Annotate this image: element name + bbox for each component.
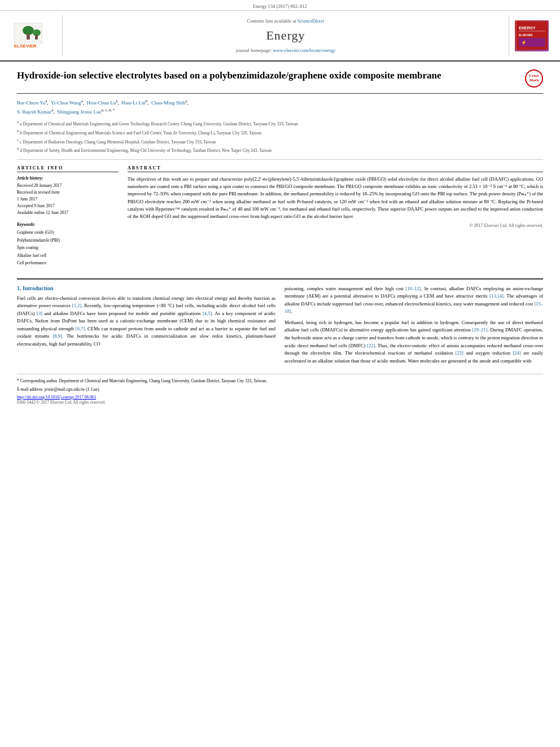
intro-para2: poisoning, complex water management and … [285, 285, 543, 316]
homepage-link[interactable]: www.elsevier.com/locate/energy [273, 47, 335, 53]
journal-header-left: ELSEVIER [6, 15, 62, 56]
sciencedirect-text: Contents lists available at ScienceDirec… [247, 18, 325, 24]
keyword-4: Alkaline fuel cell [17, 252, 119, 260]
affil-c: c c Department of Radiation Oncology, Ch… [17, 137, 543, 145]
ref-23[interactable]: [23] [456, 350, 463, 356]
energy-logo: ENERGY ELSEVIER ⚡ [515, 20, 549, 51]
body-col-right: poisoning, complex water management and … [285, 285, 543, 369]
author-shingjiang-jessie-lue[interactable]: Shingjiang Jessie Lue [57, 109, 102, 115]
svg-point-1 [23, 26, 34, 35]
svg-text:⚡: ⚡ [521, 40, 527, 45]
svg-text:ELSEVIER: ELSEVIER [14, 43, 37, 49]
svg-rect-2 [27, 34, 30, 40]
body-two-col: 1. Introduction Fuel cells are electro-c… [17, 285, 543, 369]
affiliations: a a Department of Chemical and Materials… [17, 119, 543, 160]
journal-name: Energy [266, 28, 305, 43]
svg-text:ENERGY: ENERGY [519, 26, 536, 30]
keywords-list: Graphene oxide (GO) Polybenzimidazole (P… [17, 229, 119, 267]
ref-1-2[interactable]: [1,2] [72, 303, 81, 308]
ref-10-12[interactable]: [10–12] [406, 286, 421, 291]
affil-d: d d Department of Safety, Health and Env… [17, 146, 543, 154]
author-chao-ming-shih[interactable]: Chao-Ming Shih [151, 100, 185, 106]
sciencedirect-link[interactable]: ScienceDirect [298, 18, 325, 24]
elsevier-logo: ELSEVIER [11, 20, 56, 51]
received-revised-label: Received in revised form [17, 189, 119, 196]
journal-top-bar: Energy 134 (2017) 802–812 [0, 0, 560, 11]
ref-8-9[interactable]: [8,9] [53, 333, 62, 339]
keywords-section: Keywords: Graphene oxide (GO) Polybenzim… [17, 222, 119, 267]
author-yi-chun-wang[interactable]: Yi-Chun Wang [51, 100, 81, 106]
ref-24[interactable]: [24] [513, 350, 521, 356]
intro-para1: Fuel cells are electro-chemical conversi… [17, 295, 275, 348]
article-info-header: ARTICLE INFO [17, 165, 119, 172]
available-online-date: Available online 12 June 2017 [17, 209, 119, 216]
article-info-abstract-row: ARTICLE INFO Article history: Received 2… [17, 165, 543, 273]
article-content: Hydroxide-ion selective electrolytes bas… [0, 62, 560, 413]
ref-6-7[interactable]: [6,7] [76, 326, 85, 331]
email-note: E-mail address: jessie@mail.cgu.edu.tw (… [17, 386, 543, 392]
keyword-5: Cell performance [17, 259, 119, 267]
article-title-section: Hydroxide-ion selective electrolytes bas… [17, 69, 543, 94]
abstract-section: ABSTRACT The objectives of this work are… [128, 165, 543, 228]
journal-header-center: Contents lists available at ScienceDirec… [62, 15, 509, 56]
authors-line: Bor-Chern Yua, Yi-Chun Wanga, Hsin-Chun … [17, 98, 543, 116]
author-bor-chern-yu[interactable]: Bor-Chern Yu [17, 100, 45, 106]
journal-header: ELSEVIER Contents lists available at Sci… [0, 11, 560, 62]
ref-22[interactable]: [22] [367, 343, 375, 348]
keyword-3: Spin coating [17, 244, 119, 252]
ref-15-18[interactable]: [15–18] [285, 301, 543, 314]
svg-rect-4 [35, 35, 38, 40]
affil-a: a a Department of Chemical and Materials… [17, 119, 543, 127]
article-info-column: ARTICLE INFO Article history: Received 2… [17, 165, 119, 273]
ref-4-5[interactable]: [4,5] [203, 311, 212, 316]
author-hsiu-li-lin[interactable]: Hsiu-Li Lin [121, 100, 146, 106]
article-info-section: ARTICLE INFO Article history: Received 2… [17, 165, 119, 216]
author-s-rajesh-kumar[interactable]: S. Rajesh Kumar [17, 109, 51, 115]
intro-section-title: 1. Introduction [17, 285, 275, 291]
abstract-text: The objectives of this work are to prepa… [128, 176, 543, 220]
ref-19-21[interactable]: [19–21] [473, 327, 488, 333]
article-title: Hydroxide-ion selective electrolytes bas… [17, 69, 525, 81]
accepted-date: Accepted 9 June 2017 [17, 203, 119, 209]
journal-ref: Energy 134 (2017) 802–812 [253, 3, 307, 9]
author-hsin-chun-lu[interactable]: Hsin-Chun Lu [86, 100, 116, 106]
body-divider [17, 278, 543, 279]
ref-3[interactable]: [3] [37, 311, 42, 316]
copyright-line: © 2017 Elsevier Ltd. All rights reserved… [128, 223, 543, 228]
crossmark-badge: CrossMark [525, 69, 543, 88]
history-label: Article history: [17, 176, 119, 181]
footnote-area: * Corresponding author. Department of Ch… [17, 374, 543, 405]
received-revised-date: 1 June 2017 [17, 196, 119, 203]
abstract-header: ABSTRACT [128, 165, 543, 172]
intro-para3: Methanol, being rich in hydrogen, has be… [285, 319, 543, 365]
body-col-left: 1. Introduction Fuel cells are electro-c… [17, 285, 275, 369]
corresponding-author-note: * Corresponding author. Department of Ch… [17, 378, 543, 384]
doi-link[interactable]: http://dx.doi.org/10.1016/j.energy.2017.… [17, 395, 543, 400]
affil-b: b b Department of Chemical Engineering a… [17, 128, 543, 136]
issn-text: 0360-5442/© 2017 Elsevier Ltd. All right… [17, 400, 543, 405]
received-date: Received 28 January 2017 [17, 182, 119, 189]
page-wrapper: Energy 134 (2017) 802–812 ELSEVIER Conte… [0, 0, 560, 747]
keyword-2: Polybenzimidazole (PBI) [17, 237, 119, 244]
keyword-1: Graphene oxide (GO) [17, 229, 119, 237]
abstract-column: ABSTRACT The objectives of this work are… [128, 165, 543, 273]
svg-text:ELSEVIER: ELSEVIER [519, 33, 533, 37]
homepage-text: journal homepage: www.elsevier.com/locat… [236, 47, 335, 53]
ref-13-14[interactable]: [13,14] [489, 293, 504, 299]
keywords-label: Keywords: [17, 222, 119, 227]
journal-header-right: ENERGY ELSEVIER ⚡ [509, 15, 554, 56]
